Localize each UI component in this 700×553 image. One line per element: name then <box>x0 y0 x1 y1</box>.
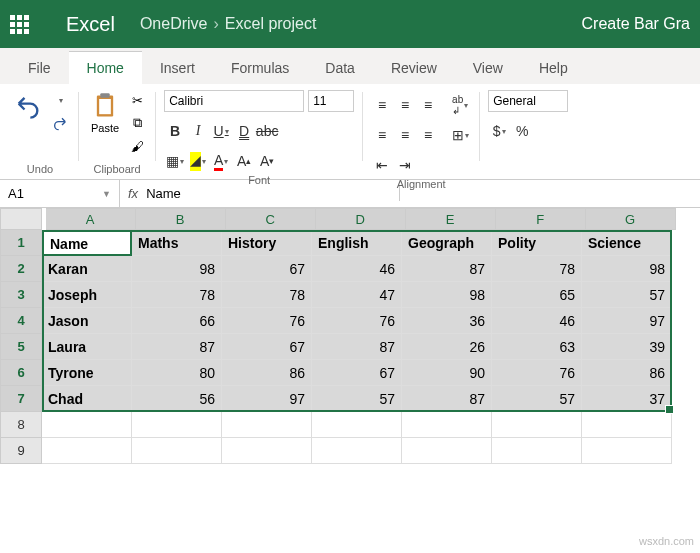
data-cell[interactable]: 57 <box>312 386 402 412</box>
empty-cell[interactable] <box>42 412 132 438</box>
data-cell[interactable]: 67 <box>222 256 312 282</box>
column-header[interactable]: A <box>46 208 136 230</box>
empty-cell[interactable] <box>222 438 312 464</box>
empty-cell[interactable] <box>402 438 492 464</box>
empty-cell[interactable] <box>402 412 492 438</box>
row-header[interactable]: 1 <box>0 230 42 256</box>
empty-cell[interactable] <box>132 412 222 438</box>
data-cell[interactable]: 87 <box>402 386 492 412</box>
data-cell[interactable]: 98 <box>132 256 222 282</box>
font-size-select[interactable] <box>308 90 354 112</box>
data-cell[interactable]: 46 <box>492 308 582 334</box>
active-cell[interactable]: Name <box>42 230 132 256</box>
tab-formulas[interactable]: Formulas <box>213 52 307 84</box>
format-painter-button[interactable]: 🖌 <box>127 136 147 156</box>
redo-button[interactable] <box>50 113 70 133</box>
column-header[interactable]: B <box>136 208 226 230</box>
align-middle-button[interactable]: ≡ <box>394 94 416 116</box>
column-header[interactable]: E <box>406 208 496 230</box>
borders-button[interactable]: ▦ <box>164 150 186 172</box>
bold-button[interactable]: B <box>164 120 186 142</box>
header-cell[interactable]: Science <box>582 230 672 256</box>
row-header[interactable]: 4 <box>0 308 42 334</box>
double-underline-button[interactable]: D <box>233 120 255 142</box>
data-cell[interactable]: 57 <box>582 282 672 308</box>
data-cell[interactable]: 76 <box>312 308 402 334</box>
empty-cell[interactable] <box>492 412 582 438</box>
cut-button[interactable]: ✂ <box>127 90 147 110</box>
strikethrough-button[interactable]: abc <box>256 120 278 142</box>
data-cell[interactable]: 97 <box>582 308 672 334</box>
data-cell[interactable]: 98 <box>582 256 672 282</box>
tab-review[interactable]: Review <box>373 52 455 84</box>
document-title[interactable]: Create Bar Gra <box>582 15 690 33</box>
spreadsheet-grid[interactable]: ABCDEFG 123456789 NameMathsHistoryEnglis… <box>0 208 700 464</box>
undo-button[interactable] <box>10 90 46 122</box>
column-header[interactable]: C <box>226 208 316 230</box>
percent-button[interactable]: % <box>511 120 533 142</box>
data-cell[interactable]: 56 <box>132 386 222 412</box>
breadcrumb[interactable]: OneDrive › Excel project <box>140 15 317 33</box>
data-cell[interactable]: 78 <box>492 256 582 282</box>
data-cell[interactable]: 86 <box>222 360 312 386</box>
data-cell[interactable]: 86 <box>582 360 672 386</box>
data-cell[interactable]: 76 <box>492 360 582 386</box>
data-cell[interactable]: 90 <box>402 360 492 386</box>
data-cell[interactable]: 87 <box>312 334 402 360</box>
tab-view[interactable]: View <box>455 52 521 84</box>
data-cell[interactable]: 80 <box>132 360 222 386</box>
fill-color-button[interactable]: ◢ <box>187 150 209 172</box>
data-cell[interactable]: Jason <box>42 308 132 334</box>
column-header[interactable]: G <box>586 208 676 230</box>
empty-cell[interactable] <box>312 412 402 438</box>
row-header[interactable]: 7 <box>0 386 42 412</box>
header-cell[interactable]: History <box>222 230 312 256</box>
data-cell[interactable]: 78 <box>222 282 312 308</box>
font-name-select[interactable] <box>164 90 304 112</box>
row-header[interactable]: 8 <box>0 412 42 438</box>
data-cell[interactable]: Chad <box>42 386 132 412</box>
data-cell[interactable]: Tyrone <box>42 360 132 386</box>
data-cell[interactable]: 26 <box>402 334 492 360</box>
empty-cell[interactable] <box>492 438 582 464</box>
data-cell[interactable]: 67 <box>222 334 312 360</box>
empty-cell[interactable] <box>582 438 672 464</box>
row-header[interactable]: 5 <box>0 334 42 360</box>
wrap-text-button[interactable]: ab↲ <box>449 94 471 116</box>
empty-cell[interactable] <box>42 438 132 464</box>
font-color-button[interactable]: A <box>210 150 232 172</box>
paste-button[interactable]: Paste <box>87 90 123 136</box>
align-top-button[interactable]: ≡ <box>371 94 393 116</box>
data-cell[interactable]: 78 <box>132 282 222 308</box>
data-cell[interactable]: Joseph <box>42 282 132 308</box>
breadcrumb-folder[interactable]: Excel project <box>225 15 317 33</box>
column-header[interactable]: D <box>316 208 406 230</box>
tab-insert[interactable]: Insert <box>142 52 213 84</box>
tab-file[interactable]: File <box>10 52 69 84</box>
tab-help[interactable]: Help <box>521 52 586 84</box>
data-cell[interactable]: 67 <box>312 360 402 386</box>
row-header[interactable]: 2 <box>0 256 42 282</box>
increase-indent-button[interactable]: ⇥ <box>394 154 416 176</box>
align-center-button[interactable]: ≡ <box>394 124 416 146</box>
row-header[interactable]: 6 <box>0 360 42 386</box>
data-cell[interactable]: 36 <box>402 308 492 334</box>
shrink-font-button[interactable]: A▾ <box>256 150 278 172</box>
align-bottom-button[interactable]: ≡ <box>417 94 439 116</box>
data-cell[interactable]: 66 <box>132 308 222 334</box>
data-cell[interactable]: 76 <box>222 308 312 334</box>
data-cell[interactable]: 98 <box>402 282 492 308</box>
tab-data[interactable]: Data <box>307 52 373 84</box>
data-cell[interactable]: 57 <box>492 386 582 412</box>
number-format-select[interactable] <box>488 90 568 112</box>
column-header[interactable]: F <box>496 208 586 230</box>
data-cell[interactable]: Karan <box>42 256 132 282</box>
empty-cell[interactable] <box>132 438 222 464</box>
currency-button[interactable]: $ <box>488 120 510 142</box>
tab-home[interactable]: Home <box>69 51 142 84</box>
undo-dropdown[interactable] <box>50 90 70 110</box>
name-box[interactable]: A1 ▼ <box>0 180 120 207</box>
merge-button[interactable]: ⊞ <box>449 124 471 146</box>
decrease-indent-button[interactable]: ⇤ <box>371 154 393 176</box>
breadcrumb-root[interactable]: OneDrive <box>140 15 208 33</box>
